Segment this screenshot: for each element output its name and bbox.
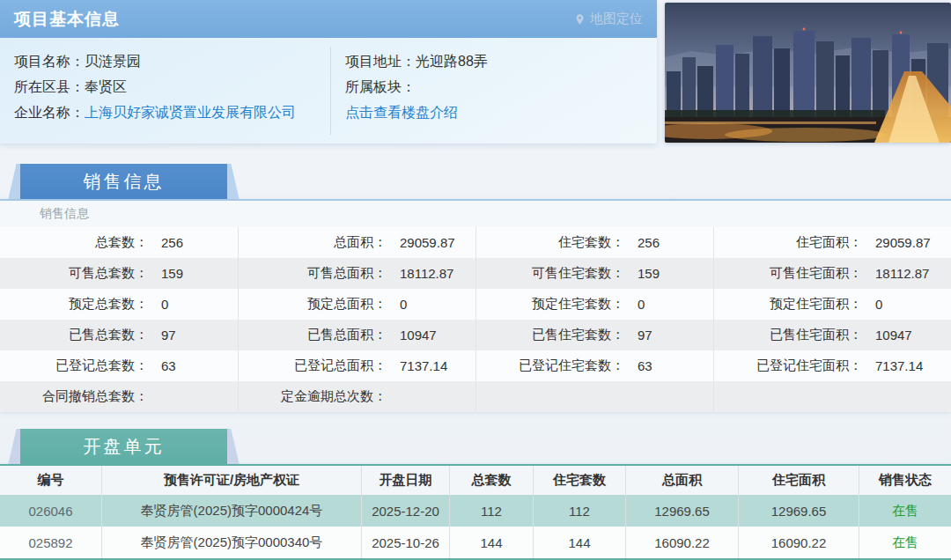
field-label: 预定住宅套数： (476, 296, 624, 313)
cell-total-units: 144 (449, 527, 533, 558)
cell-unit-id: 026046 (0, 495, 101, 527)
info-field-district: 所在区县： 奉贤区 (14, 75, 330, 100)
field-value: 159 (624, 266, 660, 281)
info-field-company: 企业名称： 上海贝好家诚贤置业发展有限公司 (14, 100, 330, 126)
column-header: 开盘日期 (361, 466, 449, 495)
section-title-basic: 项目基本信息 (14, 8, 120, 31)
cell-total-area: 16090.22 (625, 527, 738, 558)
field-label: 住宅面积： (714, 234, 862, 251)
field-label: 企业名称： (14, 104, 85, 122)
table-row: 总套数：256 总面积：29059.87 住宅套数：256 住宅面积：29059… (0, 227, 951, 258)
cell-license: 奉贤房管(2025)预字0000340号 (101, 527, 361, 558)
sales-cell: 已售住宅套数：97 (476, 320, 713, 350)
tab-opening-units-label: 开盘单元 (20, 429, 227, 464)
sales-cell: 可售总面积：18112.87 (238, 258, 476, 289)
column-header: 住宅套数 (533, 466, 625, 495)
cell-total-units: 112 (449, 495, 533, 527)
table-row: 预定总套数：0 预定总面积：0 预定住宅套数：0 预定住宅面积：0 (0, 289, 951, 320)
sales-cell: 预定总套数：0 (0, 289, 238, 320)
sales-cell (476, 381, 713, 412)
sales-section: 销售信息 销售信息 总套数：256 总面积：29059.87 住宅套数：256 … (0, 164, 951, 412)
field-label: 预定总套数： (0, 296, 148, 313)
basic-info-left-column: 项目名称： 贝涟景园 所在区县： 奉贤区 企业名称： 上海贝好家诚贤置业发展有限… (0, 49, 330, 144)
field-value: 63 (148, 358, 176, 373)
sales-cell: 已登记住宅套数：63 (476, 350, 713, 381)
map-pin-icon (574, 12, 586, 26)
opening-units-table: 编号 预售许可证/房地产权证 开盘日期 总套数 住宅套数 总面积 住宅面积 销售… (0, 464, 951, 560)
field-label: 已售总套数： (0, 327, 148, 343)
column-divider (330, 47, 331, 135)
status-badge: 在售 (859, 495, 951, 527)
city-photo (665, 3, 951, 143)
table-row: 可售总套数：159 可售总面积：18112.87 可售住宅套数：159 可售住宅… (0, 258, 951, 289)
sales-cell: 已登记住宅面积：7137.14 (713, 350, 951, 381)
field-value: 贝涟景园 (85, 53, 141, 71)
field-value: 光迎路88弄 (416, 53, 488, 71)
field-value: 256 (148, 235, 183, 250)
field-label: 已售住宅套数： (476, 327, 624, 343)
basic-info-header: 项目基本信息 地图定位 (0, 0, 657, 38)
sales-cell: 可售总套数：159 (0, 258, 238, 289)
table-row: 已登记总套数：63 已登记总面积：7137.14 已登记住宅套数：63 已登记住… (0, 350, 951, 381)
field-value: 63 (624, 358, 652, 373)
cell-residential-units: 112 (533, 495, 625, 527)
basic-info-body: 项目名称： 贝涟景园 所在区县： 奉贤区 企业名称： 上海贝好家诚贤置业发展有限… (0, 38, 657, 144)
sales-subtitle: 销售信息 (0, 201, 951, 227)
sales-cell: 合同撤销总套数： (0, 381, 238, 412)
field-label: 总套数： (0, 234, 148, 251)
sales-cell: 预定住宅套数：0 (476, 289, 713, 320)
field-label: 已登记总套数： (0, 357, 148, 374)
map-locate-link[interactable]: 地图定位 (574, 11, 643, 27)
cell-opening-date: 2025-10-26 (361, 527, 449, 558)
column-header: 编号 (0, 466, 101, 495)
field-label: 可售住宅套数： (476, 265, 624, 282)
field-value: 奉贤区 (85, 78, 127, 97)
field-value: 0 (862, 297, 882, 312)
column-header: 住宅面积 (738, 466, 859, 495)
sales-cell: 已售总面积：10947 (238, 320, 476, 350)
field-label: 定金逾期总次数： (239, 388, 387, 405)
field-value: 10947 (387, 328, 437, 343)
sales-table: 总套数：256 总面积：29059.87 住宅套数：256 住宅面积：29059… (0, 227, 951, 412)
field-value: 29059.87 (387, 235, 455, 250)
info-field-section: 所属板块： (345, 75, 657, 100)
column-header: 预售许可证/房地产权证 (101, 466, 361, 495)
field-value: 0 (387, 297, 407, 312)
field-label: 可售总面积： (239, 265, 387, 282)
city-skyline-illustration (665, 3, 951, 143)
opening-units-section: 开盘单元 编号 预售许可证/房地产权证 开盘日期 总套数 住宅套数 总面积 住宅… (0, 429, 951, 560)
field-label: 预定总面积： (239, 296, 387, 313)
field-value: 7137.14 (387, 358, 447, 373)
sales-cell: 可售住宅套数：159 (476, 258, 713, 289)
column-header: 销售状态 (859, 466, 951, 495)
table-row: 026046 奉贤房管(2025)预字0000424号 2025-12-20 1… (0, 495, 951, 527)
company-link[interactable]: 上海贝好家诚贤置业发展有限公司 (85, 104, 296, 122)
field-value: 97 (624, 328, 652, 343)
sales-cell: 可售住宅面积：18112.87 (713, 258, 951, 289)
field-value: 256 (624, 235, 660, 250)
info-field-intro: 点击查看楼盘介绍 (345, 100, 657, 126)
table-header-row: 编号 预售许可证/房地产权证 开盘日期 总套数 住宅套数 总面积 住宅面积 销售… (0, 466, 951, 495)
field-label: 总面积： (239, 234, 387, 251)
sales-cell: 预定住宅面积：0 (713, 289, 951, 320)
table-row: 025892 奉贤房管(2025)预字0000340号 2025-10-26 1… (0, 527, 951, 558)
sales-cell: 总套数：256 (0, 227, 238, 258)
field-label: 可售住宅面积： (714, 265, 862, 282)
sales-cell: 住宅面积：29059.87 (713, 227, 951, 258)
sales-info-box: 销售信息 总套数：256 总面积：29059.87 住宅套数：256 住宅面积：… (0, 199, 951, 412)
tab-opening-units: 开盘单元 (20, 429, 227, 464)
cell-opening-date: 2025-12-20 (361, 495, 449, 527)
sales-cell: 定金逾期总次数： (238, 381, 476, 412)
field-label: 所属板块： (345, 78, 416, 97)
sales-cell: 预定总面积：0 (238, 289, 476, 320)
field-value: 7137.14 (862, 358, 923, 373)
field-label: 可售总套数： (0, 265, 148, 282)
building-intro-link[interactable]: 点击查看楼盘介绍 (345, 104, 458, 122)
basic-info-panel: 项目基本信息 地图定位 项目名称： 贝涟景园 所在区县： 奉贤区 (0, 0, 657, 144)
field-label: 项目名称： (14, 53, 85, 71)
field-label: 所在区县： (14, 78, 85, 97)
sales-cell: 已售住宅面积：10947 (713, 320, 951, 350)
cell-residential-area: 16090.22 (738, 527, 859, 558)
field-label: 已登记住宅面积： (714, 357, 862, 374)
tab-sales-info-label: 销售信息 (20, 164, 227, 199)
